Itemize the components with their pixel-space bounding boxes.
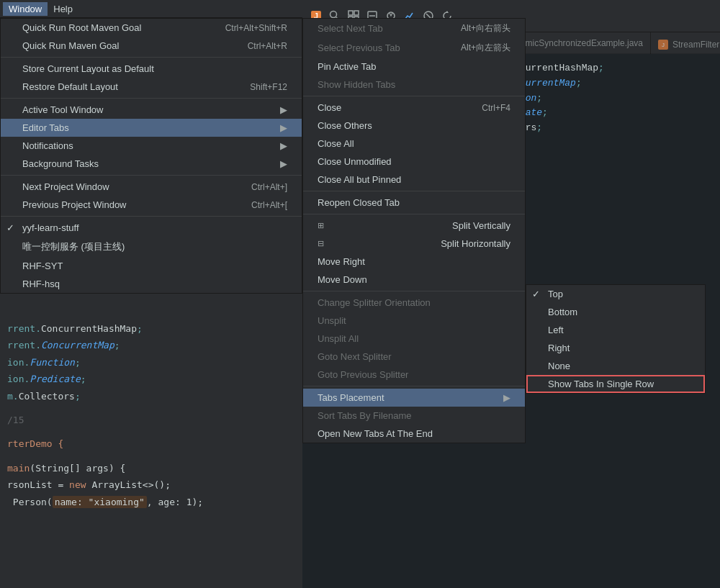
et-move-down[interactable]: Move Down [303, 271, 525, 289]
split-horiz-icon: ⊟ [318, 239, 324, 248]
menu-background-tasks[interactable]: Background Tasks ▶ [1, 155, 302, 173]
menu-project-yyf[interactable]: ✓ yyf-learn-stuff [1, 219, 302, 237]
tp-bottom[interactable]: Bottom [526, 303, 705, 321]
et-close[interactable]: Close Ctrl+F4 [303, 99, 525, 117]
et-open-new-tabs[interactable]: Open New Tabs At The End [303, 425, 525, 443]
menu-help[interactable]: Help [48, 2, 78, 16]
arrow-active-tool: ▶ [280, 104, 287, 115]
left-arraylist: rsonList = new ArrayList<>(); [7, 476, 295, 493]
menu-sep-1 [1, 57, 302, 58]
menu-quick-run-root[interactable]: Quick Run Root Maven Goal Ctrl+Alt+Shift… [1, 19, 302, 37]
svg-point-2 [330, 12, 337, 18]
left-class-def: rterDemo { [7, 435, 295, 452]
menubar: Window Help [0, 0, 302, 18]
arrow-background: ▶ [280, 158, 287, 169]
menu-notifications[interactable]: Notifications ▶ [1, 137, 302, 155]
et-close-unmodified[interactable]: Close Unmodified [303, 153, 525, 171]
arrow-editor-tabs: ▶ [280, 122, 287, 133]
menu-prev-window[interactable]: Previous Project Window Ctrl+Alt+[ [1, 196, 302, 214]
et-close-others[interactable]: Close Others [303, 117, 525, 135]
et-show-hidden: Show Hidden Tabs [303, 76, 525, 94]
et-split-horiz[interactable]: ⊟ Split Horizontally [303, 235, 525, 253]
menu-store-layout[interactable]: Store Current Layout as Default [1, 60, 302, 78]
left-main-def: main(String[] args) { [7, 460, 295, 476]
et-goto-prev-splitter: Goto Previous Splitter [303, 366, 525, 384]
tab-icon-stream: J [658, 40, 668, 50]
tp-single-row[interactable]: Show Tabs In Single Row [526, 375, 705, 393]
et-change-splitter: Change Splitter Orientation [303, 294, 525, 312]
tp-none[interactable]: None [526, 357, 705, 375]
et-sep-3 [303, 214, 525, 214]
et-sep-2 [303, 191, 525, 191]
tab-label-stream: StreamFilterDemo.java [672, 36, 720, 54]
et-split-vert[interactable]: ⊞ Split Vertically [303, 217, 525, 235]
menu-quick-run[interactable]: Quick Run Maven Goal Ctrl+Alt+R [1, 37, 302, 55]
et-select-prev: Select Previous Tab Alt+向左箭头 [303, 38, 525, 58]
svg-rect-5 [354, 11, 359, 15]
left-code-collectors: m.Collectors; [7, 388, 295, 404]
et-sep-4 [303, 291, 525, 291]
menu-restore-layout[interactable]: Restore Default Layout Shift+F12 [1, 78, 302, 96]
tabs-placement-menu: ✓ Top Bottom Left Right None Show Tabs I… [526, 284, 706, 394]
et-sort-tabs: Sort Tabs By Filename [303, 407, 525, 425]
left-person-add: Person(name: "xiaoming", age: 1); [7, 494, 295, 510]
left-code-predicate: ion.Predicate; [7, 371, 295, 387]
menu-active-tool[interactable]: Active Tool Window ▶ [1, 101, 302, 119]
et-move-right[interactable]: Move Right [303, 253, 525, 271]
et-reopen[interactable]: Reopen Closed Tab [303, 194, 525, 212]
menu-project-rhf-syt[interactable]: RHF-SYT [1, 257, 302, 275]
et-pin-active[interactable]: Pin Active Tab [303, 58, 525, 76]
menu-editor-tabs[interactable]: Editor Tabs ▶ [1, 119, 302, 137]
et-close-all[interactable]: Close All [303, 135, 525, 153]
menu-sep-4 [1, 216, 302, 217]
menu-project-rhf-hsq[interactable]: RHF-hsq [1, 275, 302, 293]
et-tabs-placement[interactable]: Tabs Placement ▶ [303, 389, 525, 407]
menu-window[interactable]: Window [3, 2, 48, 16]
left-code-function: ion.Function; [7, 354, 295, 371]
check-top: ✓ [532, 289, 540, 299]
tp-top[interactable]: ✓ Top [526, 285, 705, 303]
left-code-concurrent1: rrent.ConcurrentHashMap; [7, 320, 295, 337]
menu-next-window[interactable]: Next Project Window Ctrl+Alt+] [1, 178, 302, 196]
split-vert-icon: ⊞ [318, 221, 324, 230]
left-code-concurrent2: rrent.ConcurrentMap; [7, 337, 295, 353]
svg-rect-4 [348, 11, 353, 15]
et-close-but-pinned[interactable]: Close All but Pinned [303, 171, 525, 189]
check-yyf: ✓ [6, 222, 14, 233]
menu-sep-2 [1, 98, 302, 99]
tab-stream[interactable]: J StreamFilterDemo.java [651, 36, 720, 54]
tab-label-atomic: AtomicSynchronizedExample.java [513, 38, 643, 48]
et-goto-next-splitter: Goto Next Splitter [303, 348, 525, 366]
tp-left[interactable]: Left [526, 321, 705, 339]
menu-project-service[interactable]: 唯一控制服务 (项目主线) [1, 237, 302, 257]
arrow-notifications: ▶ [280, 140, 287, 151]
et-sep-5 [303, 386, 525, 386]
window-menu: Quick Run Root Maven Goal Ctrl+Alt+Shift… [0, 18, 302, 294]
arrow-tabs-placement: ▶ [503, 392, 510, 403]
menu-sep-3 [1, 175, 302, 176]
et-unsplit: Unsplit [303, 312, 525, 330]
left-line-number: /15 [7, 412, 295, 428]
tp-right[interactable]: Right [526, 339, 705, 357]
editor-tabs-menu: Select Next Tab Alt+向右箭头 Select Previous… [302, 18, 526, 443]
et-select-next: Select Next Tab Alt+向右箭头 [303, 19, 525, 38]
et-sep-1 [303, 96, 525, 96]
et-unsplit-all: Unsplit All [303, 330, 525, 348]
